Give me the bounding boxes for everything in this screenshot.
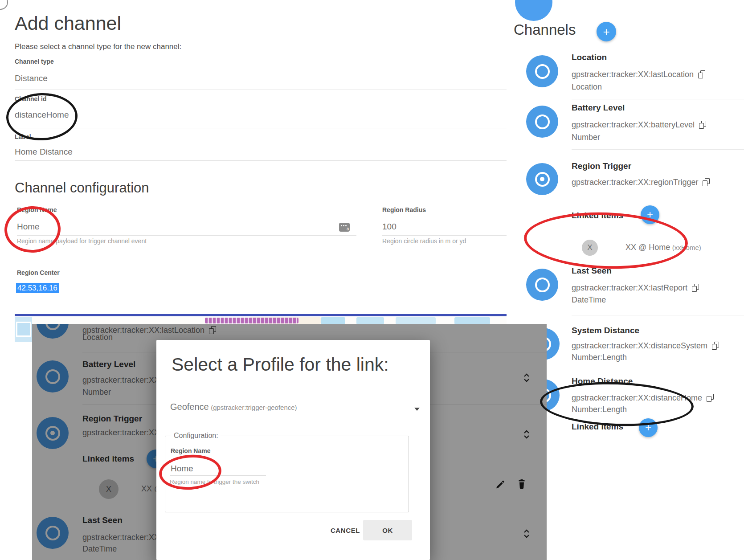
- channel-uid: gpstracker:tracker:XX:batteryLevel: [572, 120, 695, 130]
- unfold-icon[interactable]: [523, 528, 531, 540]
- dialog-title: Select a Profile for the link:: [172, 354, 389, 375]
- region-center-focus-underline: [15, 314, 507, 316]
- channel-id-row: gpstracker:tracker:XX:regionTrigger: [572, 177, 710, 187]
- page-title: Add channel: [15, 12, 121, 34]
- channel-id-row: gpstracker:tracker:XX:batteryLevel: [572, 120, 706, 130]
- copy-icon[interactable]: [699, 121, 706, 129]
- channel-uid: gpstracker:tracker:XX:regionTrigger: [572, 177, 698, 187]
- copy-icon[interactable]: [703, 178, 710, 186]
- region-radius-label: Region Radius: [382, 206, 426, 213]
- channel-title: System Distance: [572, 325, 639, 336]
- delete-icon[interactable]: [517, 479, 526, 490]
- channel-type: Number: [572, 132, 600, 142]
- channel-title: Battery Level: [572, 102, 625, 114]
- unfold-icon[interactable]: [523, 372, 531, 384]
- region-name-underline: [17, 235, 356, 236]
- cut-fab-top[interactable]: [515, 0, 552, 21]
- channel-avatar-location: [526, 55, 558, 87]
- channel-avatar-region-trigger: [526, 163, 558, 195]
- channel-id-underline: [15, 128, 507, 128]
- channel-id-row: gpstracker:tracker:XX:lastReport: [572, 283, 699, 293]
- edit-icon[interactable]: [495, 479, 505, 489]
- map-label-blur: [205, 318, 298, 323]
- channel-type-underline: [15, 90, 507, 90]
- bg-linked-items-label: Linked items: [82, 453, 134, 465]
- channel-uid: gpstracker:tracker:XX:distanceSystem: [572, 341, 707, 351]
- channel-configuration-title: Channel configuration: [15, 180, 149, 196]
- copy-icon[interactable]: [698, 70, 705, 78]
- region-center-selected-text: 42.53,16.16: [16, 283, 59, 293]
- region-center-label: Region Center: [17, 269, 60, 276]
- region-radius-underline: [382, 235, 507, 236]
- profile-dialog: Select a Profile for the link: Geofence …: [156, 340, 430, 560]
- region-radius-hint: Region circle radius in m or yd: [382, 237, 466, 245]
- profile-select[interactable]: Geofence (gpstracker:trigger-geofence): [170, 402, 422, 412]
- copy-icon[interactable]: [712, 342, 719, 350]
- bg-channel-avatar: [37, 360, 69, 392]
- channel-type-input[interactable]: Distance: [15, 74, 48, 83]
- copy-icon[interactable]: [692, 284, 699, 292]
- ok-button[interactable]: OK: [363, 520, 412, 540]
- chevron-down-icon: [414, 408, 420, 411]
- copy-icon[interactable]: [209, 326, 216, 334]
- channel-type: Number:Length: [572, 352, 627, 362]
- bg-linked-item-avatar: X: [99, 479, 119, 499]
- state-channel-icon: [535, 114, 550, 129]
- copy-icon[interactable]: [707, 394, 714, 402]
- plus-icon: +: [603, 25, 609, 39]
- state-channel-icon: [535, 64, 550, 79]
- black-ellipse-home-distance: [539, 380, 694, 429]
- fieldset-legend: Configuration:: [172, 432, 221, 440]
- autofill-extension-icon[interactable]: 3: [339, 223, 350, 232]
- unfold-icon[interactable]: [523, 429, 531, 440]
- state-channel-icon: [535, 278, 550, 292]
- trigger-channel-icon: [535, 172, 550, 187]
- red-ellipse-linked-item: [523, 210, 689, 272]
- label-input[interactable]: Home Distance: [15, 147, 73, 157]
- channel-avatar-battery: [526, 106, 558, 138]
- bg-channel-avatar: [37, 324, 69, 339]
- autofill-badge: 3: [347, 227, 349, 231]
- channel-type-label: Channel type: [15, 58, 54, 65]
- channel-type: Location: [572, 82, 602, 92]
- channel-uid: gpstracker:tracker:XX:lastLocation: [572, 69, 694, 79]
- channel-title: Region Trigger: [572, 160, 631, 172]
- screenshot-stage: Add channel Please select a channel type…: [0, 0, 744, 560]
- form-subtitle: Please select a channel type for the new…: [15, 42, 181, 51]
- profile-select-detail: (gpstracker:trigger-geofence): [211, 404, 297, 411]
- channel-uid: gpstracker:tracker:XX:lastReport: [572, 283, 687, 293]
- channel-type: DateTime: [572, 295, 606, 305]
- map-fragment: [15, 317, 32, 342]
- label-underline: [15, 160, 507, 161]
- channel-title: Location: [572, 52, 607, 63]
- region-center-input[interactable]: 42.53,16.16: [16, 283, 59, 293]
- channels-title: Channels: [514, 21, 576, 38]
- channel-id-row: gpstracker:tracker:XX:distanceSystem: [572, 341, 719, 351]
- channel-id-row: gpstracker:tracker:XX:lastLocation: [572, 69, 705, 79]
- dialog-region-name-label: Region Name: [171, 447, 210, 454]
- bg-channel-avatar: [37, 517, 69, 549]
- profile-select-value: Geofence: [170, 402, 209, 412]
- channel-avatar-last-seen: [526, 269, 558, 301]
- bg-channel-avatar: [37, 417, 69, 449]
- add-channel-fab[interactable]: +: [597, 22, 616, 41]
- region-radius-input[interactable]: 100: [382, 222, 397, 232]
- corner-arc: [0, 0, 8, 10]
- bg-channel-id-row: gpstracker:tracker:XX:lastLocation: [82, 325, 216, 335]
